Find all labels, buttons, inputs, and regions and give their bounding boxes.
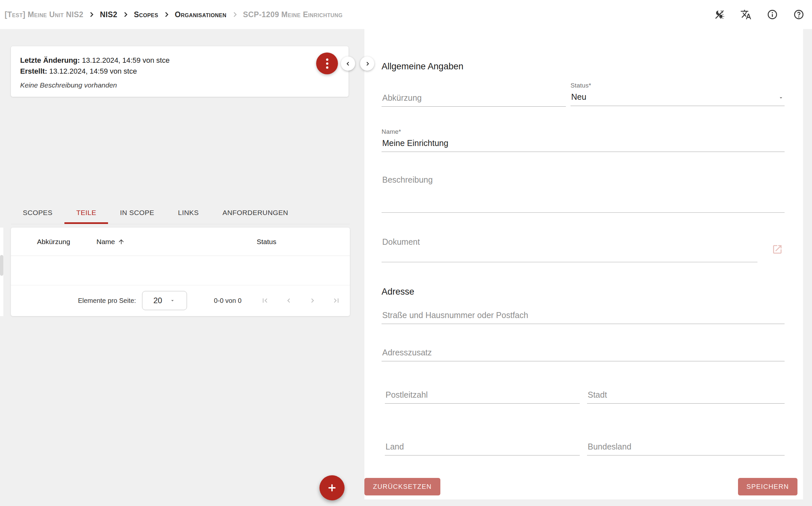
chevron-right-icon [364,61,371,67]
name-label: Name* [382,128,785,136]
status-label: Status* [571,82,785,89]
tab-scopes[interactable]: SCOPES [11,203,64,224]
tab-anforderungen[interactable]: ANFORDERUNGEN [211,203,300,224]
created-label: Erstellt: [20,67,47,75]
breadcrumb-scopes[interactable]: Scopes [134,10,158,19]
abbreviation-input[interactable] [382,93,566,107]
country-input[interactable] [385,442,580,455]
column-header-name[interactable]: Name [96,238,125,246]
status-field[interactable]: Status* Neu [571,82,785,106]
reset-button[interactable]: ZURÜCKSETZEN [364,478,440,495]
street-input[interactable] [382,311,785,324]
city-input[interactable] [587,390,785,404]
breadcrumb-organisationen[interactable]: Organisationen [175,10,227,19]
first-page-icon [261,296,269,305]
app-root: [Test] Meine Unit NIS2 NIS2 Scopes Organ… [0,0,812,506]
column-header-status[interactable]: Status [257,238,276,246]
breadcrumb-nis2[interactable]: NIS2 [100,10,117,19]
left-scrollbar-thumb[interactable] [0,255,3,276]
info-icon[interactable] [766,9,778,20]
address-extra-input[interactable] [382,348,785,361]
save-button[interactable]: SPEICHERN [738,478,798,495]
last-change-label: Letzte Änderung: [20,56,80,64]
more-actions-button[interactable] [316,53,338,74]
next-page-button[interactable] [308,296,317,305]
chevron-right-icon [163,11,170,18]
chevron-right-icon [88,11,95,18]
help-icon[interactable] [793,9,805,20]
summary-card: Letzte Änderung: 13.12.2024, 14:59 von s… [11,46,348,97]
add-button[interactable] [319,475,344,500]
paginator: Elemente pro Seite: 20 0-0 von 0 [11,285,350,316]
name-input[interactable] [382,139,785,152]
description-field [382,174,785,213]
chevron-right-icon [308,296,317,305]
last-page-button[interactable] [332,296,341,305]
zip-field [385,390,580,404]
tab-in-scope[interactable]: IN SCOPE [108,203,166,224]
state-field [587,442,785,455]
top-bar: [Test] Meine Unit NIS2 NIS2 Scopes Organ… [0,0,812,29]
tab-bar: SCOPES TEILE IN SCOPE LINKS ANFORDERUNGE… [11,203,350,224]
description-input[interactable] [382,174,785,213]
tab-teile[interactable]: TEILE [64,203,108,224]
chevron-right-icon [122,11,129,18]
breadcrumb-unit[interactable]: [Test] Meine Unit NIS2 [5,10,83,19]
document-input[interactable] [382,237,757,262]
created-value: 13.12.2024, 14:59 von stce [47,67,137,75]
section-heading-general: Allgemeine Angaben [382,62,464,72]
last-change-line: Letzte Änderung: 13.12.2024, 14:59 von s… [20,55,348,66]
page-size-value: 20 [153,296,162,305]
form-footer: ZURÜCKSETZEN SPEICHERN [364,462,803,499]
chevron-right-icon [231,11,239,18]
city-field [587,390,785,404]
translate-icon[interactable] [740,9,752,20]
street-field [382,311,785,324]
pager-buttons [261,296,341,305]
breadcrumb: [Test] Meine Unit NIS2 NIS2 Scopes Organ… [5,10,342,19]
plus-icon [326,482,338,494]
left-scrollbar-track [0,228,3,316]
chevron-left-icon [345,61,351,67]
last-page-icon [332,296,341,305]
detail-form-panel: Allgemeine Angaben Status* Neu Name* Adr… [364,29,803,499]
expand-panel-button[interactable] [360,57,374,71]
zip-input[interactable] [385,390,580,404]
dark-mode-toggle-icon[interactable] [714,9,725,20]
document-field [382,237,757,262]
no-description-text: Keine Beschreibung vorhanden [20,81,348,89]
column-header-abkuerzung[interactable]: Abkürzung [37,238,70,246]
sort-ascending-icon [117,238,125,245]
dropdown-arrow-icon [778,95,784,101]
page-range-label: 0-0 von 0 [214,297,241,305]
kebab-icon [326,59,328,69]
breadcrumb-current-page: SCP-1209 Meine Einrichtung [243,10,343,19]
topbar-actions [714,9,805,20]
open-document-button[interactable] [772,244,783,255]
page-size-select[interactable]: 20 [142,291,187,310]
chevron-left-icon [285,296,293,305]
state-input[interactable] [587,442,785,455]
created-line: Erstellt: 13.12.2024, 14:59 von stce [20,66,348,77]
name-field: Name* [382,128,785,152]
parts-table: Abkürzung Name Status Elemente pro Seite… [11,228,350,316]
table-empty-body [11,256,350,285]
collapse-panel-button[interactable] [341,57,355,71]
open-in-new-icon [772,244,783,255]
items-per-page-label: Elemente pro Seite: [78,297,136,305]
address-extra-field [382,348,785,361]
tab-links[interactable]: LINKS [166,203,211,224]
section-heading-address: Adresse [382,287,414,297]
first-page-button[interactable] [261,296,269,305]
status-selected-value: Neu [571,92,586,101]
abbreviation-field [382,83,566,107]
country-field [385,442,580,455]
previous-page-button[interactable] [285,296,293,305]
dropdown-arrow-icon [169,298,175,304]
table-header-row: Abkürzung Name Status [11,228,350,256]
last-change-value: 13.12.2024, 14:59 von stce [80,56,170,64]
